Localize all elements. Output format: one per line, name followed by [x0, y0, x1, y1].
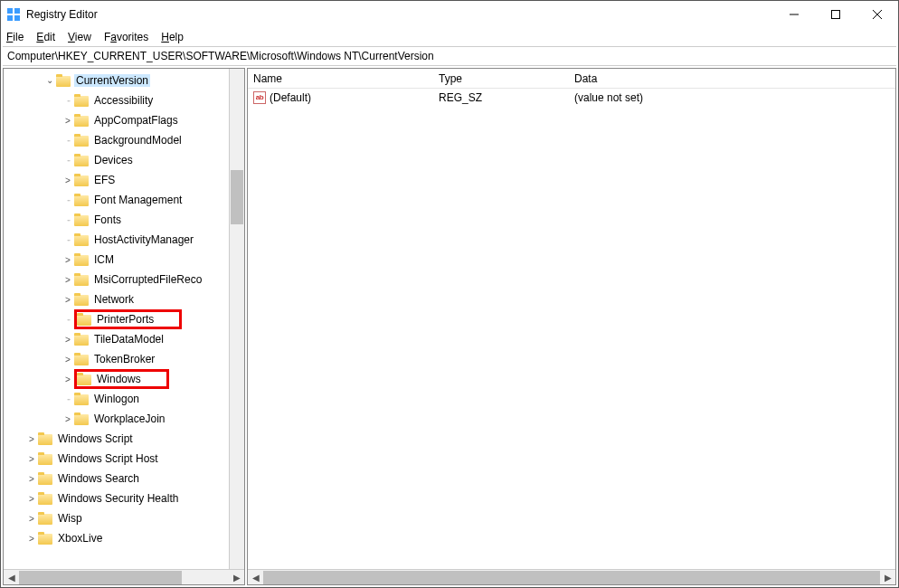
column-header-type[interactable]: Type: [433, 72, 569, 85]
chevron-right-icon[interactable]: >: [25, 454, 38, 464]
value-row[interactable]: ab(Default)REG_SZ(value not set): [248, 89, 895, 107]
folder-icon: [74, 333, 89, 346]
maximize-button[interactable]: [815, 1, 856, 28]
svg-rect-5: [832, 11, 840, 19]
folder-icon: [74, 273, 89, 286]
scrollbar-thumb[interactable]: [263, 571, 880, 584]
scroll-right-icon[interactable]: ▶: [880, 570, 895, 585]
tree-item-windows-script-host[interactable]: >Windows Script Host: [4, 449, 244, 469]
chevron-right-icon[interactable]: >: [25, 534, 38, 544]
chevron-right-icon[interactable]: >: [62, 414, 74, 424]
tree-item-network[interactable]: >Network: [4, 289, 244, 309]
chevron-right-icon[interactable]: >: [25, 514, 38, 524]
chevron-right-icon[interactable]: >: [25, 494, 38, 504]
values-horizontal-scrollbar[interactable]: ◀ ▶: [248, 569, 895, 584]
menu-edit[interactable]: Edit: [36, 31, 55, 43]
svg-rect-3: [14, 15, 20, 21]
folder-icon: [74, 134, 89, 147]
scroll-right-icon[interactable]: ▶: [229, 570, 244, 585]
svg-rect-2: [7, 15, 13, 21]
scrollbar-thumb[interactable]: [231, 170, 243, 224]
tree-item-backgroundmodel[interactable]: ···BackgroundModel: [4, 130, 244, 150]
folder-icon: [38, 472, 52, 485]
folder-icon: [74, 114, 89, 127]
tree-item-efs[interactable]: >EFS: [4, 170, 244, 190]
scroll-left-icon[interactable]: ◀: [248, 570, 263, 585]
tree-item-windows-script[interactable]: >Windows Script: [4, 429, 244, 449]
menu-help[interactable]: Help: [161, 31, 184, 43]
tree-vertical-scrollbar[interactable]: [229, 69, 244, 569]
chevron-right-icon[interactable]: >: [62, 295, 74, 305]
chevron-right-icon[interactable]: >: [25, 434, 38, 444]
menu-favorites[interactable]: Favorites: [104, 31, 148, 43]
column-headers: Name Type Data: [248, 69, 895, 89]
chevron-right-icon[interactable]: >: [62, 355, 74, 365]
tree-item-workplacejoin[interactable]: >WorkplaceJoin: [4, 409, 244, 429]
window-title: Registry Editor: [26, 8, 773, 21]
tree-item-xboxlive[interactable]: >XboxLive: [4, 528, 244, 548]
tree-line-icon: ···: [62, 394, 74, 404]
chevron-right-icon[interactable]: >: [62, 335, 74, 345]
folder-icon: [74, 253, 89, 266]
chevron-right-icon[interactable]: >: [25, 474, 38, 484]
close-button[interactable]: [856, 1, 898, 28]
registry-editor-window: Registry Editor File Edit View Favorites…: [0, 0, 899, 588]
folder-icon: [56, 74, 71, 87]
tree-item-label: HostActivityManager: [92, 233, 195, 246]
tree-horizontal-scrollbar[interactable]: ◀ ▶: [4, 569, 244, 584]
address-text: Computer\HKEY_CURRENT_USER\SOFTWARE\Micr…: [7, 50, 434, 62]
tree-item-label: MsiCorruptedFileReco: [92, 273, 203, 286]
tree-line-icon: ···: [62, 215, 74, 225]
tree-item-winlogon[interactable]: ···Winlogon: [4, 389, 244, 409]
chevron-right-icon[interactable]: >: [62, 275, 74, 285]
window-controls: [773, 1, 898, 28]
folder-icon: [38, 432, 52, 445]
tree-item-windows-security-health[interactable]: >Windows Security Health: [4, 488, 244, 508]
tree-item-printerports[interactable]: ···PrinterPorts: [4, 309, 244, 329]
tree-item-wisp[interactable]: >Wisp: [4, 508, 244, 528]
tree-pane: ⌄CurrentVersion···Accessibility>AppCompa…: [3, 68, 245, 585]
tree-item-tokenbroker[interactable]: >TokenBroker: [4, 349, 244, 369]
address-bar[interactable]: Computer\HKEY_CURRENT_USER\SOFTWARE\Micr…: [3, 46, 896, 66]
tree-item-label: Windows Security Health: [56, 492, 180, 505]
chevron-right-icon[interactable]: >: [62, 116, 74, 126]
tree-item-label: Windows Script Host: [56, 452, 160, 465]
column-header-data[interactable]: Data: [569, 72, 895, 85]
tree-item-msicorruptedfilerecovery[interactable]: >MsiCorruptedFileReco: [4, 270, 244, 289]
chevron-right-icon[interactable]: >: [62, 255, 74, 265]
tree-item-label: Windows: [95, 373, 143, 385]
column-header-name[interactable]: Name: [248, 72, 433, 85]
tree-item-label: XboxLive: [56, 532, 104, 545]
values-list[interactable]: ab(Default)REG_SZ(value not set): [248, 89, 895, 569]
value-data: (value not set): [569, 91, 895, 104]
tree-item-windows-search[interactable]: >Windows Search: [4, 469, 244, 488]
tree-item-windows[interactable]: >Windows: [4, 369, 244, 389]
tree-item-currentversion[interactable]: ⌄CurrentVersion: [4, 71, 244, 90]
tree-line-icon: ···: [62, 235, 74, 245]
minimize-button[interactable]: [773, 1, 815, 28]
tree-item-accessibility[interactable]: ···Accessibility: [4, 90, 244, 110]
tree-item-label: Devices: [92, 154, 135, 166]
body-panes: ⌄CurrentVersion···Accessibility>AppCompa…: [1, 68, 898, 587]
scrollbar-thumb[interactable]: [19, 571, 182, 584]
menu-view[interactable]: View: [68, 31, 91, 43]
titlebar[interactable]: Registry Editor: [1, 1, 898, 28]
chevron-right-icon[interactable]: >: [62, 375, 74, 384]
tree-item-appcompatflags[interactable]: >AppCompatFlags: [4, 110, 244, 130]
tree-item-icm[interactable]: >ICM: [4, 250, 244, 270]
tree-line-icon: ···: [62, 315, 74, 325]
scroll-left-icon[interactable]: ◀: [4, 570, 19, 585]
svg-rect-1: [14, 8, 20, 14]
tree-item-label: Accessibility: [92, 94, 155, 107]
tree-item-tiledatamodel[interactable]: >TileDataModel: [4, 329, 244, 349]
chevron-right-icon[interactable]: >: [62, 175, 74, 185]
tree-item-font-management[interactable]: ···Font Management: [4, 190, 244, 210]
folder-icon: [74, 94, 89, 107]
tree-item-fonts[interactable]: ···Fonts: [4, 210, 244, 230]
tree-item-devices[interactable]: ···Devices: [4, 150, 244, 170]
tree-scroll[interactable]: ⌄CurrentVersion···Accessibility>AppCompa…: [4, 69, 244, 569]
chevron-down-icon[interactable]: ⌄: [43, 75, 56, 85]
registry-tree: ⌄CurrentVersion···Accessibility>AppCompa…: [4, 69, 244, 548]
menu-file[interactable]: File: [6, 31, 24, 43]
tree-item-hostactivitymanager[interactable]: ···HostActivityManager: [4, 230, 244, 250]
